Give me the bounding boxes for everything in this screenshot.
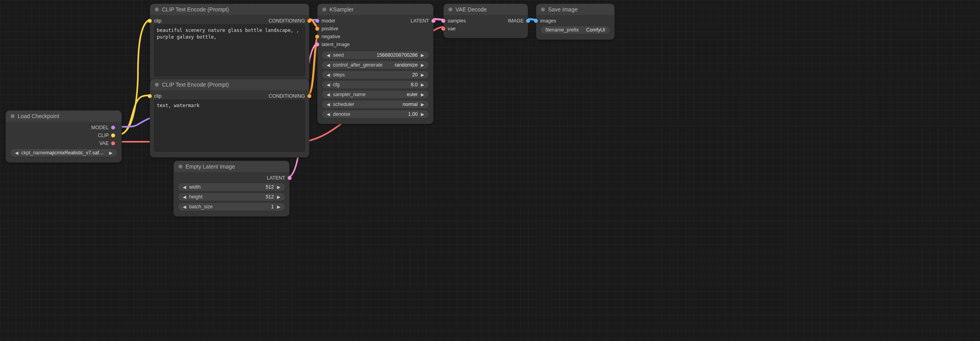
arrow-left-icon[interactable]: ◀ <box>325 112 331 117</box>
arrow-left-icon[interactable]: ◀ <box>325 82 331 87</box>
filename-prefix-widget[interactable]: filename_prefix ComfyUI <box>540 26 610 34</box>
arrow-left-icon[interactable]: ◀ <box>181 195 188 200</box>
arrow-left-icon[interactable]: ◀ <box>325 63 331 68</box>
node-title-text: VAE Decode <box>456 6 487 13</box>
input-images[interactable]: images <box>540 17 610 24</box>
input-latent-image[interactable]: latent_image <box>322 41 350 48</box>
arrow-right-icon[interactable]: ▶ <box>108 150 114 156</box>
input-samples[interactable]: samples <box>448 17 466 24</box>
input-model[interactable]: model <box>322 17 350 24</box>
prompt-text-input[interactable] <box>154 24 305 76</box>
port-dot-icon[interactable] <box>526 19 530 23</box>
collapse-dot-icon[interactable] <box>155 83 159 87</box>
denoise-widget[interactable]: ◀denoise1.00▶ <box>322 110 429 119</box>
prompt-text-input[interactable] <box>154 100 305 152</box>
node-empty-latent-image[interactable]: Empty Latent Image LATENT ◀ width 512 ▶ … <box>173 161 290 217</box>
node-save-image[interactable]: Save Image images filename_prefix ComfyU… <box>536 4 615 40</box>
port-dot-icon[interactable] <box>307 19 311 23</box>
collapse-dot-icon[interactable] <box>541 7 545 11</box>
port-dot-icon[interactable] <box>315 35 319 39</box>
arrow-left-icon[interactable]: ◀ <box>181 185 188 190</box>
port-dot-icon[interactable] <box>111 133 115 137</box>
arrow-right-icon[interactable]: ▶ <box>419 92 426 97</box>
control-after-generate-widget[interactable]: ◀control_after_generaterandomize▶ <box>322 61 429 69</box>
collapse-dot-icon[interactable] <box>155 7 159 11</box>
output-latent[interactable]: LATENT <box>411 17 429 24</box>
port-dot-icon[interactable] <box>315 43 319 46</box>
node-title-text: Empty Latent Image <box>186 163 235 170</box>
node-title-text: Save Image <box>548 6 578 13</box>
port-dot-icon[interactable] <box>534 19 538 23</box>
arrow-right-icon[interactable]: ▶ <box>275 185 282 190</box>
node-load-checkpoint[interactable]: Load Checkpoint MODEL CLIP VAE ◀ ckpt_na… <box>6 110 122 163</box>
collapse-dot-icon[interactable] <box>322 7 326 11</box>
port-dot-icon[interactable] <box>307 94 311 98</box>
input-clip[interactable]: clip <box>154 93 162 100</box>
node-clip-text-encode-positive[interactable]: CLIP Text Encode (Prompt) clip CONDITION… <box>150 4 309 82</box>
output-clip[interactable]: CLIP <box>98 132 117 139</box>
node-title[interactable]: KSampler <box>318 4 433 15</box>
batch-size-widget[interactable]: ◀ batch_size 1 ▶ <box>178 202 285 211</box>
arrow-left-icon[interactable]: ◀ <box>325 53 331 58</box>
scheduler-widget[interactable]: ◀schedulernormal▶ <box>322 100 429 109</box>
output-vae[interactable]: VAE <box>99 140 117 147</box>
arrow-left-icon[interactable]: ◀ <box>13 150 20 156</box>
arrow-right-icon[interactable]: ▶ <box>419 63 426 68</box>
connection-layer <box>0 0 980 341</box>
node-title-text: KSampler <box>329 6 353 13</box>
ckpt-name-widget[interactable]: ◀ ckpt_name majicmixRealistic_v7.safeten… <box>10 148 117 157</box>
port-dot-icon[interactable] <box>431 19 435 23</box>
arrow-right-icon[interactable]: ▶ <box>275 204 282 209</box>
output-image[interactable]: IMAGE <box>508 17 524 24</box>
port-dot-icon[interactable] <box>441 27 445 31</box>
node-title-text: CLIP Text Encode (Prompt) <box>162 82 229 88</box>
steps-widget[interactable]: ◀steps20▶ <box>322 70 429 79</box>
arrow-right-icon[interactable]: ▶ <box>419 112 426 117</box>
input-negative[interactable]: negative <box>322 33 350 40</box>
port-dot-icon[interactable] <box>111 126 115 130</box>
cfg-widget[interactable]: ◀cfg8.0▶ <box>322 80 429 89</box>
input-vae[interactable]: vae <box>448 25 466 32</box>
collapse-dot-icon[interactable] <box>179 165 182 169</box>
node-clip-text-encode-negative[interactable]: CLIP Text Encode (Prompt) clip CONDITION… <box>150 79 309 158</box>
node-ksampler[interactable]: KSampler model positive negative latent_… <box>317 4 433 124</box>
node-title[interactable]: Empty Latent Image <box>174 161 289 172</box>
collapse-dot-icon[interactable] <box>448 7 452 11</box>
node-title-text: CLIP Text Encode (Prompt) <box>162 6 229 13</box>
output-conditioning[interactable]: CONDITIONING <box>269 93 305 100</box>
port-dot-icon[interactable] <box>315 27 319 31</box>
node-title[interactable]: Load Checkpoint <box>6 111 121 122</box>
arrow-right-icon[interactable]: ▶ <box>419 72 426 78</box>
arrow-right-icon[interactable]: ▶ <box>419 102 426 107</box>
input-positive[interactable]: positive <box>322 25 350 32</box>
port-dot-icon[interactable] <box>148 19 152 23</box>
arrow-left-icon[interactable]: ◀ <box>181 204 188 209</box>
collapse-dot-icon[interactable] <box>11 114 15 118</box>
port-dot-icon[interactable] <box>148 94 152 98</box>
output-conditioning[interactable]: CONDITIONING <box>269 17 305 24</box>
port-dot-icon[interactable] <box>111 141 115 145</box>
node-title[interactable]: CLIP Text Encode (Prompt) <box>150 4 309 15</box>
arrow-left-icon[interactable]: ◀ <box>325 92 331 97</box>
port-dot-icon[interactable] <box>288 176 292 180</box>
output-latent[interactable]: LATENT <box>178 174 285 182</box>
port-dot-icon[interactable] <box>315 19 319 23</box>
node-title[interactable]: VAE Decode <box>444 4 528 15</box>
width-widget[interactable]: ◀ width 512 ▶ <box>178 183 285 191</box>
height-widget[interactable]: ◀ height 512 ▶ <box>178 193 285 201</box>
arrow-right-icon[interactable]: ▶ <box>419 82 426 87</box>
sampler-name-widget[interactable]: ◀sampler_nameeuler▶ <box>322 90 429 99</box>
node-title[interactable]: Save Image <box>536 4 614 15</box>
node-title-text: Load Checkpoint <box>18 113 59 119</box>
input-clip[interactable]: clip <box>154 17 162 24</box>
node-title[interactable]: CLIP Text Encode (Prompt) <box>150 79 309 90</box>
port-dot-icon[interactable] <box>441 19 445 23</box>
arrow-right-icon[interactable]: ▶ <box>275 195 282 200</box>
arrow-left-icon[interactable]: ◀ <box>325 102 331 107</box>
output-model[interactable]: MODEL <box>91 124 117 131</box>
arrow-right-icon[interactable]: ▶ <box>419 53 426 58</box>
arrow-left-icon[interactable]: ◀ <box>325 72 331 78</box>
seed-widget[interactable]: ◀seed156680208700286▶ <box>322 51 429 59</box>
node-vae-decode[interactable]: VAE Decode samples vae IMAGE <box>443 4 528 38</box>
